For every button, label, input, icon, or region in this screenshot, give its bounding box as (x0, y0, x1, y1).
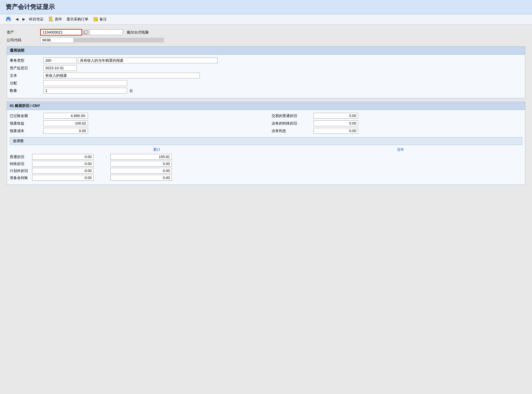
note-label: 备注 (99, 17, 107, 22)
general-section: 通用说明 事务类型 资产起息日 文本 (7, 46, 525, 98)
business-interest-label: 业务利息 (272, 128, 314, 133)
scrap-cost-input[interactable] (43, 128, 88, 134)
adj-cumulative-2[interactable] (32, 168, 94, 174)
transaction-type-code[interactable] (43, 58, 77, 63)
special-dep-label: 业务的特殊折旧 (272, 121, 314, 126)
asset-input[interactable] (40, 29, 82, 35)
scrap-cost-label: 报废成本 (10, 128, 43, 133)
asset-row: 资产 戴尔台式电脑 (7, 29, 525, 35)
scrap-revenue-row: 报废收益 (10, 120, 260, 126)
quantity-unit: 台 (129, 88, 133, 93)
nav-back-arrow[interactable]: ◀ (15, 17, 19, 22)
cumulative-label: 累计 (153, 147, 160, 152)
posted-amount-input[interactable] (43, 113, 88, 119)
adjustment-row-1: 特殊折旧 (10, 161, 522, 167)
content-area: 资产 戴尔台式电脑 公司代码 ██████████████████████ (0, 25, 532, 193)
asset-date-input[interactable] (43, 65, 77, 71)
general-section-header: 通用说明 (7, 46, 525, 55)
depreciation-main-fields: 已过账金额 报废收益 报废成本 (10, 113, 522, 135)
adj-current-3[interactable] (110, 175, 172, 181)
business-interest-row: 业务利息 (272, 128, 522, 134)
asset-secondary-input[interactable] (89, 29, 123, 35)
page-title: 资产会计凭证显示 (6, 3, 526, 11)
adjustment-row-2: 计划外折旧 (10, 168, 522, 174)
asset-name: 戴尔台式电脑 (127, 30, 149, 35)
posted-amount-label: 已过账金额 (10, 113, 43, 118)
depreciation-section-header: 01 账面折旧 / CNY (7, 102, 525, 110)
adj-cumulative-1[interactable] (32, 161, 94, 167)
note-button[interactable]: 备注 (92, 16, 108, 23)
company-input[interactable] (40, 37, 74, 43)
general-section-body: 事务类型 资产起息日 文本 分配 (7, 55, 525, 98)
current-label: 当年 (397, 147, 404, 152)
distribution-label: 分配 (10, 81, 43, 86)
scrap-revenue-label: 报废收益 (10, 121, 43, 126)
svg-rect-3 (10, 19, 10, 20)
adj-label-2: 计划外折旧 (10, 168, 32, 173)
depreciation-section: 01 账面折旧 / CNY 已过账金额 报废收益 (7, 102, 525, 185)
adjustment-headers: 累计 当年 (35, 147, 522, 152)
subject-voucher-label: 科目凭证 (29, 17, 44, 22)
transaction-type-label: 事务类型 (10, 58, 43, 63)
adj-label-1: 特殊折旧 (10, 161, 32, 166)
ordinary-dep-trans-row: 交易的普通折旧 (272, 113, 522, 119)
scrap-revenue-input[interactable] (43, 120, 88, 126)
adj-label-3: 准备金转账 (10, 175, 32, 180)
subject-voucher-button[interactable]: 科目凭证 (28, 16, 45, 22)
adj-label-0: 普通折旧 (10, 154, 32, 159)
purchase-order-button[interactable]: 显示采购订单 (65, 16, 89, 22)
asset-label: 资产 (7, 30, 40, 35)
text-label: 文本 (10, 73, 43, 78)
distribution-input[interactable] (43, 80, 127, 86)
special-dep-input[interactable] (314, 120, 358, 126)
cumulative-header: 累计 (35, 147, 279, 152)
company-label: 公司代码 (7, 38, 40, 43)
asset-date-row: 资产起息日 (10, 65, 522, 71)
print-icon (6, 16, 11, 22)
company-blurred-value: ██████████████████████ (74, 38, 164, 42)
right-col: 交易的普通折旧 业务的特殊折旧 业务利息 (272, 113, 522, 135)
svg-rect-16 (85, 31, 87, 34)
adj-current-0[interactable] (110, 154, 172, 160)
transaction-type-row: 事务类型 (10, 58, 522, 63)
adjustment-rows: 普通折旧 特殊折旧 计划外折旧 (10, 154, 522, 181)
distribution-row: 分配 (10, 80, 522, 86)
text-input[interactable] (43, 73, 200, 78)
document-icon (48, 16, 54, 22)
ordinary-dep-trans-label: 交易的普通折旧 (272, 113, 314, 118)
scrap-cost-row: 报废成本 (10, 128, 260, 134)
value-adjust-header: 值调整 (10, 137, 522, 145)
adj-cumulative-3[interactable] (32, 175, 94, 181)
current-header: 当年 (279, 147, 522, 152)
company-row: 公司代码 ██████████████████████ (7, 37, 525, 43)
left-col: 已过账金额 报废收益 报废成本 (10, 113, 260, 135)
title-bar: 资产会计凭证显示 (0, 0, 532, 14)
adj-cumulative-0[interactable] (32, 154, 94, 160)
adj-current-1[interactable] (110, 161, 172, 167)
quantity-row: 数量 台 (10, 88, 522, 94)
text-row: 文本 (10, 73, 522, 78)
note-icon (93, 16, 98, 22)
asset-date-label: 资产起息日 (10, 66, 43, 71)
adjustment-row-3: 准备金转账 (10, 175, 522, 181)
depreciation-section-body: 已过账金额 报废收益 报废成本 (7, 110, 525, 185)
print-button[interactable] (4, 16, 12, 23)
main-container: 资产会计凭证显示 ◀ ▶ 科目凭证 (0, 0, 532, 394)
transaction-type-desc[interactable] (78, 58, 218, 63)
ordinary-dep-trans-input[interactable] (314, 113, 358, 119)
asset-input-wrapper: 戴尔台式电脑 (40, 29, 149, 35)
quantity-label: 数量 (10, 88, 43, 93)
special-dep-row: 业务的特殊折旧 (272, 120, 522, 126)
posted-amount-row: 已过账金额 (10, 113, 260, 119)
nav-forward-arrow[interactable]: ▶ (21, 17, 26, 22)
original-label: 原件 (55, 17, 62, 22)
purchase-order-label: 显示采购订单 (66, 17, 88, 22)
quantity-input[interactable] (43, 88, 127, 94)
adjustment-row-0: 普通折旧 (10, 154, 522, 160)
toolbar: ◀ ▶ 科目凭证 原件 显示采购订单 (0, 14, 532, 25)
copy-icon[interactable] (83, 30, 88, 35)
adj-current-2[interactable] (110, 168, 172, 174)
original-button[interactable]: 原件 (47, 16, 63, 23)
business-interest-input[interactable] (314, 128, 358, 134)
svg-rect-2 (7, 20, 10, 22)
